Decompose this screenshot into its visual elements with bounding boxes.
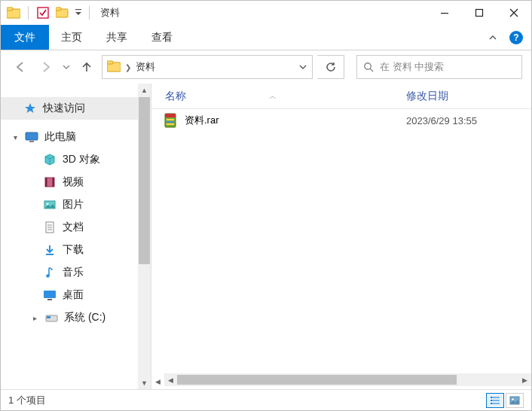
tree-this-pc[interactable]: ▾ 此电脑 [1,126,151,148]
help-button[interactable]: ? [506,25,527,50]
tree-videos[interactable]: 视频 [1,171,151,193]
view-thumbnails-button[interactable] [506,393,524,408]
ribbon-tab-share[interactable]: 共享 [94,25,139,50]
tree-3d-objects[interactable]: 3D 对象 [1,148,151,171]
forward-button[interactable] [35,56,57,78]
properties-checkbox-icon[interactable] [35,5,51,21]
window-controls [427,1,531,25]
collapse-pane-icon[interactable]: ◀ [151,375,164,388]
scroll-left-icon[interactable]: ◀ [164,373,177,386]
status-text: 1 个项目 [8,394,46,407]
divider [89,6,90,20]
folder-icon [5,5,22,21]
svg-rect-12 [26,132,38,140]
doc-icon [43,221,57,234]
tree-drive-c[interactable]: ▸ 系统 (C:) [1,306,151,329]
view-details-button[interactable] [486,393,504,408]
tree-label: 系统 (C:) [64,311,105,324]
help-icon: ? [509,31,523,44]
maximize-button[interactable] [462,1,497,25]
titlebar: 资料 [1,1,531,25]
svg-rect-28 [47,316,50,318]
history-dropdown-icon[interactable] [61,56,72,78]
column-name[interactable]: 名称 ︿ [151,90,400,103]
chevron-right-icon[interactable]: ▸ [31,314,38,322]
up-button[interactable] [76,56,97,78]
tree-label: 文档 [63,221,84,234]
tree-pictures[interactable]: 图片 [1,193,151,216]
scroll-right-icon[interactable]: ▶ [518,373,531,386]
qat-dropdown-icon[interactable] [74,5,83,21]
view-switcher [486,393,524,408]
svg-point-41 [512,398,514,400]
picture-icon [43,198,57,212]
body: 快速访问 ▾ 此电脑 3D 对象 视频 图片 [1,84,531,389]
svg-point-18 [47,203,49,206]
chevron-down-icon[interactable]: ▾ [11,133,19,142]
tree-label: 音乐 [63,266,84,279]
close-button[interactable] [497,1,531,25]
scroll-up-icon[interactable]: ▲ [138,84,151,96]
svg-rect-39 [491,403,492,404]
scroll-thumb[interactable] [177,375,457,385]
file-row[interactable]: 资料.rar 2023/6/29 13:55 [151,109,531,132]
tree-label: 3D 对象 [63,153,100,166]
tree-label: 快速访问 [43,102,85,115]
new-folder-icon[interactable] [54,5,71,21]
rar-archive-icon [164,113,177,128]
address-dropdown-icon[interactable] [298,62,307,72]
svg-rect-26 [47,299,52,300]
file-list[interactable]: 资料.rar 2023/6/29 13:55 [151,109,531,373]
monitor-icon [25,130,38,144]
tree-label: 下载 [63,243,84,257]
tree-music[interactable]: 音乐 [1,261,151,284]
svg-rect-9 [107,61,113,64]
explorer-window: 资料 文件 主页 共享 查看 ? [0,0,532,411]
content-scrollbar[interactable]: ◀ ▶ [164,373,531,386]
refresh-button[interactable] [317,55,344,79]
desktop-icon [43,288,57,302]
svg-point-24 [46,274,50,278]
svg-rect-1 [7,8,13,11]
svg-rect-37 [491,397,492,398]
svg-rect-4 [56,8,61,11]
svg-line-11 [370,68,373,72]
music-icon [43,266,57,279]
column-headers: 名称 ︿ 修改日期 [151,84,531,109]
divider [28,6,29,20]
tree-documents[interactable]: 文档 [1,216,151,239]
svg-rect-16 [53,178,55,187]
ribbon-tab-home[interactable]: 主页 [49,25,94,50]
column-date-label: 修改日期 [406,90,448,102]
address-bar[interactable]: ❯ 资料 [102,55,313,79]
address-segment[interactable]: 资料 [136,60,155,74]
svg-rect-33 [167,123,174,125]
scroll-down-icon[interactable]: ▼ [138,376,151,389]
ribbon-tabs: 文件 主页 共享 查看 ? [1,25,531,50]
back-button[interactable] [10,56,31,78]
svg-rect-30 [165,114,176,117]
file-list-pane: 名称 ︿ 修改日期 [151,84,531,389]
quick-access-toolbar: 资料 [1,5,120,21]
svg-rect-2 [38,8,48,18]
svg-rect-6 [441,13,448,14]
scroll-thumb[interactable] [139,97,150,264]
svg-rect-15 [45,178,47,187]
svg-rect-31 [167,119,174,120]
chevron-right-icon[interactable]: ❯ [125,63,131,72]
tree-downloads[interactable]: 下载 [1,239,151,261]
tree-label: 视频 [63,175,84,189]
minimize-button[interactable] [427,1,462,25]
ribbon-tab-file[interactable]: 文件 [1,25,49,50]
svg-rect-38 [491,400,492,401]
search-input[interactable]: 在 资料 中搜索 [356,55,522,79]
search-placeholder: 在 资料 中搜索 [380,60,444,74]
navigation-pane: 快速访问 ▾ 此电脑 3D 对象 视频 图片 [1,84,151,389]
ribbon-expand-icon[interactable] [480,25,506,50]
window-title: 资料 [100,6,120,20]
nav-pane-scrollbar[interactable]: ▲ ▼ [138,84,151,389]
column-date[interactable]: 修改日期 [400,90,448,103]
ribbon-tab-view[interactable]: 查看 [139,25,185,50]
tree-quick-access[interactable]: 快速访问 [1,97,151,120]
tree-desktop[interactable]: 桌面 [1,284,151,306]
